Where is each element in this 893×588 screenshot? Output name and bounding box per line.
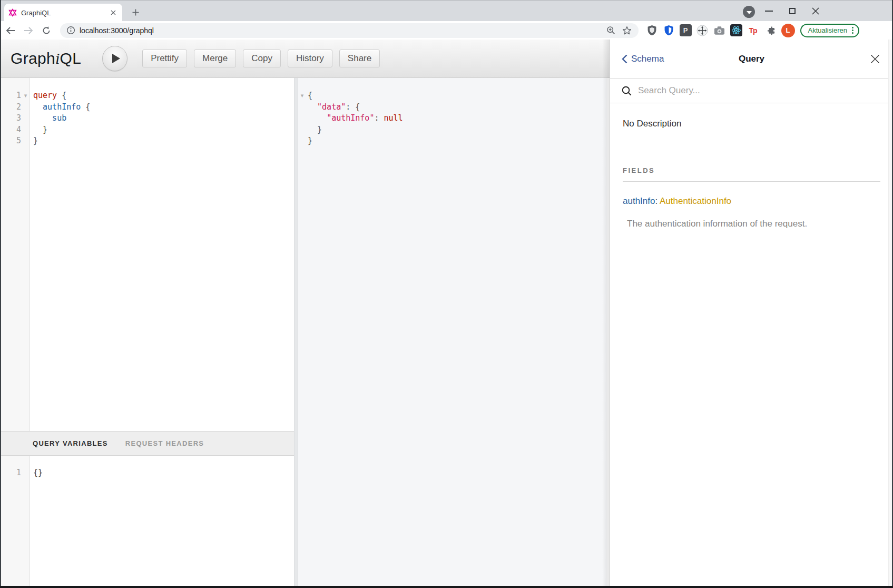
- variables-tab-bar: QUERY VARIABLES REQUEST HEADERS: [0, 431, 294, 456]
- update-button-label: Aktualisieren: [808, 26, 847, 34]
- tab-query-variables[interactable]: QUERY VARIABLES: [33, 439, 108, 447]
- code-line: 1 ▾ query {: [0, 90, 294, 102]
- field-row: authInfo: AuthenticationInfo: [623, 196, 880, 207]
- code-line: 1 {}: [0, 467, 294, 479]
- tab-close-icon[interactable]: [109, 8, 118, 17]
- minimize-button[interactable]: [761, 4, 777, 18]
- bitwarden-extension-icon[interactable]: [663, 24, 675, 36]
- bookmark-star-icon[interactable]: [621, 24, 633, 37]
- chrome-update-icon[interactable]: [743, 6, 755, 18]
- window-border-left: [0, 0, 1, 588]
- fold-arrow-icon[interactable]: ▾: [298, 90, 306, 102]
- adblock-extension-icon[interactable]: [646, 24, 658, 36]
- docs-close-button[interactable]: [869, 53, 881, 65]
- graphql-favicon-icon: [8, 8, 17, 17]
- code-line: }: [298, 124, 607, 136]
- browser-window: GraphiQL: [0, 0, 893, 588]
- window-close-button[interactable]: [808, 4, 823, 18]
- address-bar[interactable]: localhost:3000/graphql: [60, 23, 639, 38]
- window-border-bottom: [0, 586, 893, 588]
- tab-strip: GraphiQL: [0, 0, 893, 21]
- code-line: "authInfo": null: [298, 113, 607, 124]
- code-line: "data": {: [298, 102, 607, 113]
- react-devtools-extension-icon[interactable]: [730, 24, 742, 36]
- zoom-icon[interactable]: [605, 24, 617, 37]
- tp-extension-icon[interactable]: Tp: [747, 24, 759, 36]
- fields-divider: [623, 181, 880, 182]
- play-icon: [112, 54, 120, 63]
- tab-title: GraphiQL: [21, 9, 109, 17]
- execute-query-button[interactable]: [102, 46, 127, 71]
- back-icon: [6, 26, 15, 35]
- kebab-menu-icon[interactable]: [852, 27, 853, 34]
- forward-button[interactable]: [21, 23, 36, 38]
- profile-avatar[interactable]: L: [781, 24, 795, 37]
- reload-icon: [42, 26, 51, 35]
- extensions-row: P: [646, 24, 776, 36]
- window-close-icon: [812, 7, 819, 15]
- docs-search-bar: [610, 79, 893, 103]
- variables-editor[interactable]: 1 {}: [0, 456, 294, 586]
- fields-heading: FIELDS: [623, 166, 880, 174]
- search-icon: [622, 86, 632, 96]
- code-line: ▾ {: [298, 90, 607, 102]
- move-tool-extension-icon[interactable]: [696, 24, 709, 36]
- docs-title: Query: [739, 54, 764, 64]
- field-type-link[interactable]: AuthenticationInfo: [660, 196, 731, 206]
- share-button[interactable]: Share: [339, 50, 380, 67]
- camera-extension-icon[interactable]: [713, 24, 725, 36]
- field-name-link[interactable]: authInfo: [623, 196, 655, 206]
- browser-tab[interactable]: GraphiQL: [4, 4, 122, 22]
- documentation-explorer: Schema Query No Description FIELDS authI…: [610, 40, 893, 586]
- code-line: }: [298, 135, 607, 147]
- url-text: localhost:3000/graphql: [80, 26, 602, 35]
- copy-button[interactable]: Copy: [243, 50, 281, 67]
- maximize-icon: [789, 8, 796, 14]
- graphiql-logo: GraphiQL: [11, 50, 81, 67]
- site-info-icon[interactable]: [66, 26, 75, 35]
- close-icon: [870, 54, 880, 64]
- docs-search-input[interactable]: [637, 85, 860, 96]
- code-line: 5 }: [0, 135, 294, 147]
- reload-button[interactable]: [39, 23, 54, 38]
- chevron-left-icon: [622, 54, 627, 64]
- code-line: 2 authInfo {: [0, 102, 294, 113]
- minimize-icon: [765, 11, 773, 12]
- merge-button[interactable]: Merge: [194, 50, 236, 67]
- forward-icon: [24, 26, 33, 35]
- field-description: The authentication information of the re…: [627, 219, 880, 229]
- schema-back-link[interactable]: Schema: [622, 54, 664, 64]
- schema-back-label: Schema: [631, 54, 664, 64]
- p-extension-icon[interactable]: P: [680, 24, 692, 36]
- editor-resize-divider[interactable]: [294, 78, 298, 586]
- query-editor[interactable]: 1 ▾ query { 2 authInfo { 3 sub 4 } 5 }: [0, 78, 294, 431]
- graphiql-toolbar: GraphiQL Prettify Merge Copy History Sha…: [0, 40, 610, 78]
- extensions-menu-icon[interactable]: [764, 24, 776, 36]
- prettify-button[interactable]: Prettify: [142, 50, 187, 67]
- type-description: No Description: [623, 119, 880, 129]
- code-line: 3 sub: [0, 113, 294, 124]
- maximize-button[interactable]: [784, 4, 800, 18]
- docs-header: Schema Query: [610, 40, 893, 79]
- docs-content: No Description FIELDS authInfo: Authenti…: [610, 119, 893, 229]
- code-line: 4 }: [0, 124, 294, 136]
- back-button[interactable]: [3, 23, 18, 38]
- response-viewer: ▾ { "data": { "authInfo": null } }: [298, 78, 607, 586]
- tab-request-headers[interactable]: REQUEST HEADERS: [125, 439, 204, 447]
- fold-arrow-icon[interactable]: ▾: [21, 90, 30, 102]
- new-tab-button[interactable]: [129, 5, 142, 19]
- history-button[interactable]: History: [288, 50, 332, 67]
- update-button[interactable]: Aktualisieren: [800, 24, 859, 37]
- browser-navbar: localhost:3000/graphql P: [0, 21, 893, 40]
- docs-panel-shadow: [602, 40, 610, 586]
